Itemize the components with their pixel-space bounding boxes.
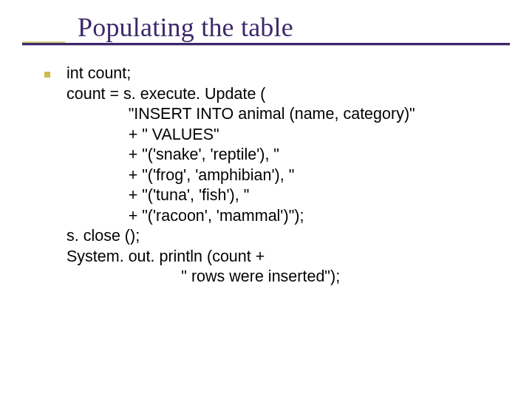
content-block: int count; count = s. execute. Update ( … [44,64,517,287]
code-line: "INSERT INTO animal (name, category)" [66,104,517,125]
code-line: System. out. println (count + [66,247,517,267]
title-underline [22,41,510,46]
code-line: int count; [66,64,517,84]
code-line: + "('frog', 'amphibian'), " [66,166,517,186]
slide: Populating the table int count; count = … [0,0,532,399]
slide-title: Populating the table [0,7,532,43]
code-line: + "('tuna', 'fish'), " [66,185,517,206]
code-line: " rows were inserted"); [66,267,517,287]
code-line: + " VALUES" [66,125,517,146]
bullet-icon [44,72,50,78]
code-line: count = s. execute. Update ( [66,84,517,105]
title-row: Populating the table [0,7,532,43]
code-body: int count; count = s. execute. Update ( … [44,64,517,287]
title-underline-shadow [22,45,510,46]
code-line: + "('snake', 'reptile'), " [66,145,517,166]
code-line: + "('racoon', 'mammal')"); [66,206,517,227]
code-line: s. close (); [66,226,517,247]
